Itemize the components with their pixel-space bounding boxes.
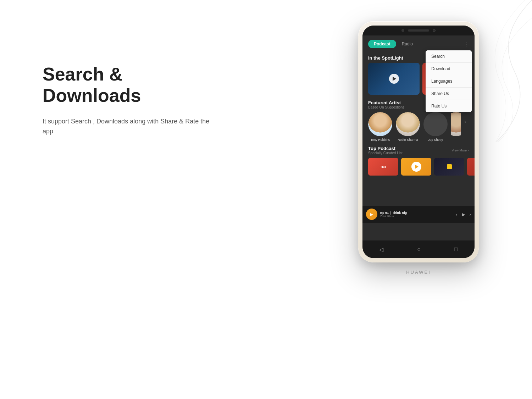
player-artist: Zakir Khan xyxy=(380,215,453,218)
chevron-right-icon: › xyxy=(468,149,469,152)
menu-item-search[interactable]: Search xyxy=(426,50,472,63)
phone-bottom-nav: ◁ ○ □ xyxy=(362,240,475,258)
podcast-card-2[interactable] xyxy=(401,158,431,176)
artist-item-partial[interactable] xyxy=(451,112,461,138)
app-nav: Podcast Radio ⋮ Search Download Language… xyxy=(362,35,475,52)
robin-photo xyxy=(396,112,420,136)
next-button[interactable]: › xyxy=(470,212,471,217)
menu-item-share[interactable]: Share Us xyxy=(426,88,472,100)
menu-dots-button[interactable]: ⋮ xyxy=(463,41,469,48)
artist-avatar-tony xyxy=(368,112,392,136)
player-controls: ‹ ▶ › xyxy=(456,212,471,217)
top-podcast-title: Top Podcast xyxy=(368,146,452,151)
menu-item-languages[interactable]: Languages xyxy=(426,75,472,88)
play-icon xyxy=(393,77,396,81)
phone-mockup: Podcast Radio ⋮ Search Download Language… xyxy=(358,21,479,262)
tony-photo xyxy=(368,112,392,136)
top-podcast-header-left: Top Podcast Specially Curated List xyxy=(368,146,452,155)
podcast-cards-row: This ST xyxy=(362,158,475,176)
brand-label: HUAWEI xyxy=(406,270,431,275)
play-button[interactable] xyxy=(389,74,399,84)
dropdown-menu: Search Download Languages Share Us Rate … xyxy=(426,50,472,112)
left-section: Search & Downloads It support Search , D… xyxy=(43,64,220,137)
podcast-card-2-icon xyxy=(411,162,421,172)
phone-outer: Podcast Radio ⋮ Search Download Language… xyxy=(358,21,479,262)
play-icon-orange xyxy=(415,165,419,169)
tab-radio[interactable]: Radio xyxy=(396,40,419,48)
play-pause-button[interactable]: ▶ xyxy=(462,212,465,217)
page-title: Search & Downloads xyxy=(43,64,220,106)
artist-avatar-jay xyxy=(423,112,448,136)
artist-name-robin: Robin Sharma xyxy=(398,138,418,142)
app-content: Podcast Radio ⋮ Search Download Language… xyxy=(362,35,475,240)
player-thumbnail: ▶ xyxy=(366,209,377,220)
artist-name-tony: Tony Robbins xyxy=(371,138,390,142)
artist-name-jay: Jay Shetty xyxy=(428,138,443,142)
artist-avatar-partial xyxy=(451,112,461,136)
player-thumb-icon: ▶ xyxy=(370,212,373,216)
podcast-card-1[interactable]: This xyxy=(368,158,398,176)
tab-podcast[interactable]: Podcast xyxy=(368,40,396,48)
player-info: Ep 01 || Think Big Zakir Khan xyxy=(380,211,453,218)
view-more-button[interactable]: View More › xyxy=(452,149,469,152)
podcast-card-3[interactable] xyxy=(434,158,464,176)
camera-dot xyxy=(433,29,436,32)
speaker-grille xyxy=(408,29,429,32)
n-photo xyxy=(451,112,461,136)
home-nav-icon[interactable]: ○ xyxy=(417,246,421,253)
speaker-dot xyxy=(401,29,404,32)
artists-row: Tony Robbins Robin Sharma xyxy=(362,112,475,142)
jay-photo xyxy=(423,112,448,136)
top-podcast-subtitle: Specially Curated List xyxy=(368,151,452,155)
artist-item-robin[interactable]: Robin Sharma xyxy=(396,112,420,142)
phone-top-bar xyxy=(362,26,475,35)
back-nav-icon[interactable]: ◁ xyxy=(379,246,383,253)
top-podcast-header: Top Podcast Specially Curated List View … xyxy=(362,146,475,155)
artist-item-tony[interactable]: Tony Robbins xyxy=(368,112,392,142)
podcast-card-4[interactable]: ST xyxy=(467,158,475,176)
podcast-card-1-label: This xyxy=(380,165,386,168)
yellow-dot xyxy=(447,164,452,169)
prev-button[interactable]: ‹ xyxy=(456,212,457,217)
page-subtitle: It support Search , Downloads along with… xyxy=(43,116,220,137)
player-title: Ep 01 || Think Big xyxy=(380,211,453,215)
spotlight-card-concert[interactable] xyxy=(368,63,420,95)
recent-nav-icon[interactable]: □ xyxy=(454,246,458,253)
phone-inner: Podcast Radio ⋮ Search Download Language… xyxy=(362,26,475,258)
menu-item-rate[interactable]: Rate Us xyxy=(426,100,472,112)
artists-chevron[interactable]: › xyxy=(464,119,466,124)
menu-item-download[interactable]: Download xyxy=(426,63,472,75)
bottom-player: ▶ Ep 01 || Think Big Zakir Khan ‹ ▶ › xyxy=(362,206,475,223)
artist-item-jay[interactable]: Jay Shetty xyxy=(423,112,448,142)
top-podcast-section: Top Podcast Specially Curated List View … xyxy=(362,143,475,177)
artist-avatar-robin xyxy=(396,112,420,136)
